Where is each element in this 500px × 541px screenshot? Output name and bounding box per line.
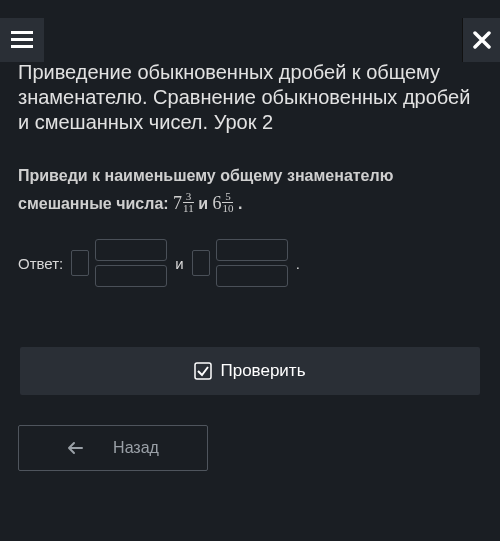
lesson-title: Приведение обыкновенных дробей к общему …	[18, 60, 482, 135]
task-conj: и	[198, 195, 208, 212]
answer-label: Ответ:	[18, 255, 63, 272]
answer2-numerator-input[interactable]	[216, 239, 288, 261]
svg-rect-1	[11, 38, 33, 41]
mixed-number-1: 7 3 11	[173, 189, 194, 218]
top-bar	[0, 0, 500, 60]
task-text: Приведи к наименьшему общему знаменателю…	[18, 163, 482, 217]
answer1-fraction	[95, 239, 167, 287]
mixed-number-2: 6 5 10	[212, 189, 233, 218]
menu-button[interactable]	[0, 18, 44, 62]
close-button[interactable]	[462, 18, 500, 62]
answer1-numerator-input[interactable]	[95, 239, 167, 261]
answer2-whole-input[interactable]	[192, 250, 210, 276]
check-icon	[194, 362, 212, 380]
mixed1-whole: 7	[173, 189, 182, 218]
task-suffix: .	[238, 195, 242, 212]
back-button[interactable]: Назад	[18, 425, 208, 471]
answer2-denominator-input[interactable]	[216, 265, 288, 287]
mixed1-num: 3	[186, 191, 192, 203]
answer1-whole-input[interactable]	[71, 250, 89, 276]
answer-period: .	[296, 255, 300, 272]
svg-rect-2	[11, 45, 33, 48]
hamburger-icon	[11, 31, 33, 49]
answer2-fraction	[216, 239, 288, 287]
back-label: Назад	[113, 439, 159, 457]
answer-row: Ответ: и .	[18, 239, 482, 287]
check-label: Проверить	[220, 361, 305, 381]
mixed2-whole: 6	[212, 189, 221, 218]
answer1-denominator-input[interactable]	[95, 265, 167, 287]
close-icon	[473, 31, 491, 49]
svg-rect-0	[11, 31, 33, 34]
check-button[interactable]: Проверить	[20, 347, 480, 395]
answer-group-1	[71, 239, 167, 287]
mixed2-fraction: 5 10	[222, 191, 233, 215]
arrow-left-icon	[67, 441, 83, 455]
answer-separator: и	[175, 255, 183, 272]
mixed2-den: 10	[222, 202, 233, 215]
svg-rect-3	[195, 363, 211, 379]
answer-group-2	[192, 239, 288, 287]
mixed1-fraction: 3 11	[183, 191, 194, 215]
mixed2-num: 5	[225, 191, 231, 203]
mixed1-den: 11	[183, 202, 194, 215]
